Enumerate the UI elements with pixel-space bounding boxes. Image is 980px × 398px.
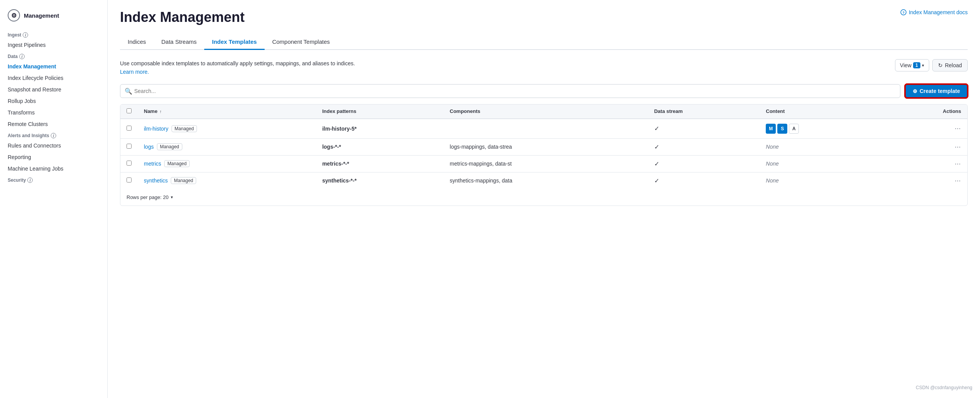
row-name-link-3[interactable]: synthetics: [144, 177, 168, 184]
row-name-0: ilm-history Managed: [138, 119, 316, 139]
watermark: CSDN @csdnfanguyinheng: [916, 385, 972, 390]
row-name-1: logs Managed: [138, 138, 316, 155]
description-row: Use composable index templates to automa…: [120, 59, 968, 76]
row-checkbox-2: [120, 155, 138, 172]
search-create-row: 🔍 ⊕ Create template: [120, 84, 968, 98]
managed-badge-2: Managed: [164, 160, 190, 167]
content-badge-s-0: S: [777, 124, 787, 134]
row-name-link-2[interactable]: metrics: [144, 161, 161, 167]
content-none-3: None: [766, 177, 778, 184]
search-wrap: 🔍: [120, 84, 900, 98]
rows-per-page-chevron[interactable]: ▾: [171, 195, 173, 200]
sidebar-section-data: Data i: [0, 51, 107, 61]
row-index-patterns-0: ilm-history-5*: [316, 119, 444, 139]
actions-menu-2[interactable]: ⋯: [955, 161, 961, 167]
actions-menu-3[interactable]: ⋯: [955, 177, 961, 184]
row-actions-2: ⋯: [883, 155, 967, 172]
sidebar-item-reporting[interactable]: Reporting: [0, 151, 107, 163]
managed-badge-0: Managed: [172, 125, 197, 132]
tab-indices[interactable]: Indices: [120, 35, 154, 50]
row-name-2: metrics Managed: [138, 155, 316, 172]
row-content-2: None: [760, 155, 883, 172]
reload-button[interactable]: ↻ Reload: [932, 59, 968, 71]
row-select-checkbox-2[interactable]: [127, 161, 132, 166]
sidebar-item-rules-connectors[interactable]: Rules and Connectors: [0, 140, 107, 151]
search-input[interactable]: [120, 84, 900, 98]
row-components-1: logs-mappings, data-strea: [443, 138, 648, 155]
info-icon-security: i: [27, 177, 33, 183]
sidebar-item-index-lifecycle[interactable]: Index Lifecycle Policies: [0, 72, 107, 84]
main-content: Index Management ? Index Management docs…: [108, 0, 980, 398]
content-none-2: None: [766, 161, 778, 167]
reload-icon: ↻: [938, 62, 943, 68]
description-text: Use composable index templates to automa…: [120, 59, 355, 68]
sidebar: ⚙ Management Ingest i Ingest Pipelines D…: [0, 0, 108, 398]
actions-menu-1[interactable]: ⋯: [955, 144, 961, 150]
managed-badge-1: Managed: [157, 143, 182, 150]
row-content-1: None: [760, 138, 883, 155]
gear-icon: ⚙: [8, 9, 20, 22]
checkmark-icon: ✓: [654, 125, 659, 132]
row-actions-0: ⋯: [883, 119, 967, 139]
sidebar-item-ingest-pipelines[interactable]: Ingest Pipelines: [0, 39, 107, 51]
row-actions-3: ⋯: [883, 172, 967, 189]
content-none-1: None: [766, 144, 778, 150]
header-data-stream: Data stream: [648, 104, 760, 119]
row-data-stream-2: ✓: [648, 155, 760, 172]
managed-badge-3: Managed: [171, 177, 196, 184]
sidebar-section-security: Security i: [0, 174, 107, 184]
row-name-link-0[interactable]: ilm-history: [144, 126, 168, 132]
tabs-bar: Indices Data Streams Index Templates Com…: [120, 35, 968, 50]
tab-data-streams[interactable]: Data Streams: [154, 35, 205, 50]
app-title: Management: [24, 12, 59, 19]
view-reload-row: View 1 ▾ ↻ Reload: [895, 59, 968, 71]
sidebar-item-ml-jobs[interactable]: Machine Learning Jobs: [0, 163, 107, 174]
actions-menu-0[interactable]: ⋯: [955, 125, 961, 132]
header-actions: Actions: [883, 104, 967, 119]
header-components: Components: [443, 104, 648, 119]
checkmark-icon: ✓: [654, 161, 659, 167]
row-components-3: synthetics-mappings, data: [443, 172, 648, 189]
sidebar-item-index-management[interactable]: Index Management: [0, 61, 107, 72]
page-title: Index Management: [120, 9, 245, 25]
tab-index-templates[interactable]: Index Templates: [204, 35, 264, 50]
row-components-0: [443, 119, 648, 139]
sidebar-item-rollup-jobs[interactable]: Rollup Jobs: [0, 95, 107, 107]
content-badges-0: MSA: [766, 124, 877, 134]
table-row: metrics Managed metrics-*-* metrics-mapp…: [120, 155, 967, 172]
docs-link[interactable]: ? Index Management docs: [900, 9, 968, 15]
header-checkbox-col: [120, 104, 138, 119]
plus-icon: ⊕: [913, 88, 917, 94]
sidebar-item-transforms[interactable]: Transforms: [0, 107, 107, 118]
sidebar-item-remote-clusters[interactable]: Remote Clusters: [0, 118, 107, 130]
row-data-stream-1: ✓: [648, 138, 760, 155]
sidebar-item-snapshot-restore[interactable]: Snapshot and Restore: [0, 84, 107, 95]
sort-icon: ↑: [160, 109, 162, 114]
row-select-checkbox-0[interactable]: [127, 126, 132, 131]
header-content: Content: [760, 104, 883, 119]
chevron-down-icon: ▾: [922, 63, 924, 68]
rows-per-page: Rows per page: 20 ▾: [120, 189, 967, 206]
row-content-0: MSA: [760, 119, 883, 139]
view-button[interactable]: View 1 ▾: [895, 59, 929, 71]
sidebar-section-ingest: Ingest i: [0, 29, 107, 39]
main-header: Index Management ? Index Management docs: [120, 9, 968, 25]
table-header-row: Name ↑ Index patterns Components Data st…: [120, 104, 967, 119]
row-actions-1: ⋯: [883, 138, 967, 155]
row-name-link-1[interactable]: logs: [144, 144, 154, 150]
table-row: logs Managed logs-*-* logs-mappings, dat…: [120, 138, 967, 155]
row-select-checkbox-3[interactable]: [127, 177, 132, 182]
view-badge: 1: [913, 62, 920, 68]
row-checkbox-0: [120, 119, 138, 139]
row-index-patterns-2: metrics-*-*: [316, 155, 444, 172]
learn-more-link[interactable]: Learn more.: [120, 69, 149, 75]
description-block: Use composable index templates to automa…: [120, 59, 355, 76]
create-template-button[interactable]: ⊕ Create template: [905, 84, 968, 98]
row-content-3: None: [760, 172, 883, 189]
row-index-patterns-3: synthetics-*-*: [316, 172, 444, 189]
row-checkbox-3: [120, 172, 138, 189]
tab-component-templates[interactable]: Component Templates: [265, 35, 338, 50]
select-all-checkbox[interactable]: [127, 108, 132, 113]
row-components-2: metrics-mappings, data-st: [443, 155, 648, 172]
row-select-checkbox-1[interactable]: [127, 144, 132, 149]
